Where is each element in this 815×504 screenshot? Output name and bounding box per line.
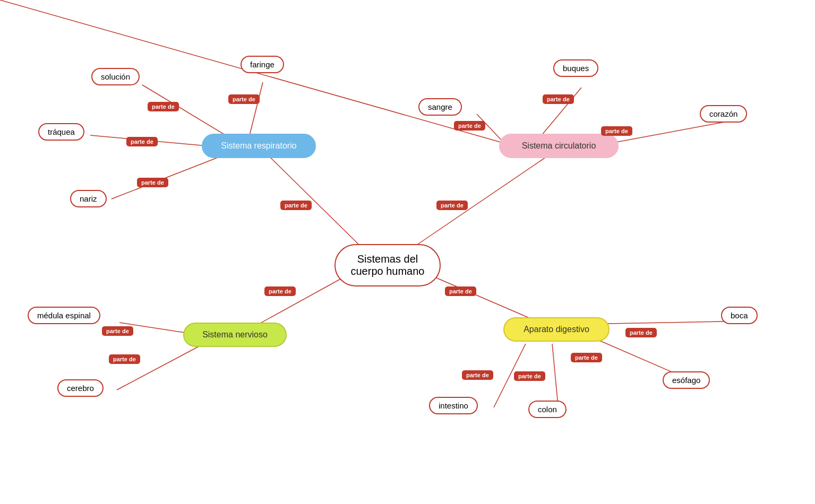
svg-line-0 [260, 147, 361, 247]
badge-central-dig: parte de [445, 286, 476, 296]
node-buques: buques [553, 59, 598, 77]
node-nariz: nariz [70, 190, 107, 207]
node-sistema-circulatorio[interactable]: Sistema circulatorio [499, 134, 619, 158]
badge-central-circ: parte de [436, 201, 468, 210]
central-node: Sistemas del cuerpo humano [334, 244, 441, 286]
node-aparato-digestivo[interactable]: Aparato digestivo [503, 317, 610, 342]
node-solucion: solución [91, 68, 140, 85]
node-cerebro: cerebro [57, 379, 104, 397]
badge-nerv-medula: parte de [102, 326, 133, 336]
badge-resp-solucion: parte de [148, 102, 179, 111]
node-esofago: esófago [663, 371, 710, 389]
svg-line-1 [414, 147, 560, 247]
node-sangre: sangre [418, 98, 462, 116]
badge-resp-faringe: parte de [228, 94, 260, 104]
node-faringe: faringe [241, 56, 284, 73]
badge-resp-traquea: parte de [126, 137, 158, 146]
node-traquea: tráquea [38, 123, 84, 141]
badge-circ-sangre: parte de [454, 121, 485, 131]
node-boca: boca [721, 307, 758, 324]
badge-circ-corazon: parte de [601, 126, 632, 136]
badge-dig-colon: parte de [514, 371, 545, 381]
svg-line-5 [250, 82, 263, 135]
badge-nerv-cerebro: parte de [109, 354, 140, 364]
badge-circ-buques: parte de [543, 94, 574, 104]
badge-resp-nariz: parte de [137, 178, 168, 187]
badge-dig-esofago: parte de [571, 353, 602, 362]
node-intestino: intestino [429, 397, 478, 414]
node-sistema-nervioso[interactable]: Sistema nervioso [183, 323, 287, 347]
node-sistema-respiratorio[interactable]: Sistema respiratorio [202, 134, 316, 158]
node-colon: colon [528, 401, 567, 418]
badge-dig-intestino: parte de [462, 370, 493, 380]
node-medula: médula espinal [28, 307, 100, 324]
badge-central-resp: parte de [280, 201, 312, 210]
svg-line-11 [616, 121, 730, 142]
node-corazon: corazón [700, 105, 747, 123]
badge-dig-boca: parte de [625, 328, 657, 337]
badge-central-nerv: parte de [264, 286, 296, 296]
svg-line-13 [117, 345, 202, 390]
